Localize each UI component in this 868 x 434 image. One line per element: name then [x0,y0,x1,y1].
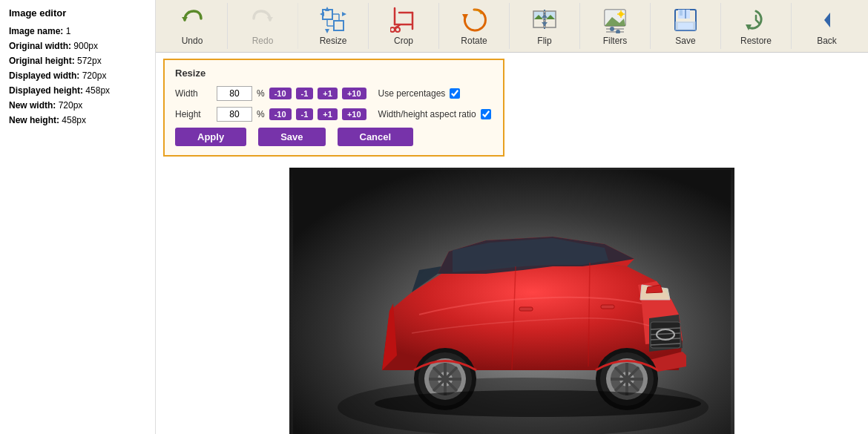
car-svg [293,170,731,435]
save-icon-area [671,6,700,34]
car-image [289,168,734,434]
redo-button[interactable]: Redo [228,3,298,49]
resize-panel-title: Resize [175,68,493,79]
aspect-ratio-label: Width/height aspect ratio [378,109,476,119]
original-height-row: Original height: 572px [9,54,146,68]
filters-icon-area [600,6,630,34]
original-width-label: Original width: [9,41,73,51]
image-name-value: 1 [66,26,71,36]
back-button[interactable]: Back [792,3,862,49]
new-height-label: New height: [9,115,62,125]
use-percentages-checkbox[interactable] [450,88,460,99]
width-label: Width [175,88,212,99]
svg-point-80 [375,390,701,417]
height-plus10-button[interactable]: +10 [342,108,366,120]
undo-icon [179,7,206,33]
undo-label: Undo [182,36,203,46]
new-width-value: 720px [59,100,83,111]
resize-button[interactable]: Resize [298,3,369,49]
new-height-row: New height: 458px [9,114,146,127]
height-unit: % [257,109,265,119]
svg-rect-79 [601,305,614,309]
cancel-button[interactable]: Cancel [338,128,414,146]
flip-label: Flip [537,36,551,46]
svg-point-32 [619,12,623,16]
width-minus1-button[interactable]: -1 [296,88,314,99]
filters-button[interactable]: Filters [580,3,651,49]
crop-button[interactable]: Crop [369,3,439,49]
save-button[interactable]: Save [651,3,721,49]
restore-icon [743,7,769,33]
svg-marker-29 [542,22,548,26]
svg-marker-0 [182,17,188,22]
height-minus10-button[interactable]: -10 [269,108,292,120]
width-plus10-button[interactable]: +10 [342,88,366,99]
flip-button[interactable]: Flip [510,3,580,49]
svg-rect-78 [519,307,533,311]
filters-icon [602,7,628,33]
undo-button[interactable]: Undo [157,3,228,49]
height-input[interactable] [217,107,252,122]
width-input[interactable] [217,86,252,101]
rotate-icon-area [459,6,489,34]
svg-marker-8 [342,12,346,16]
sidebar: Image editor Image name: 1 Original widt… [0,0,156,434]
aspect-ratio-checkbox[interactable] [481,109,491,119]
back-icon [814,7,841,33]
crop-icon [390,7,417,33]
redo-icon [249,7,276,33]
resize-icon [320,7,346,33]
displayed-width-label: Displayed width: [9,70,82,81]
new-width-row: New width: 720px [9,99,146,112]
image-name-label: Image name: [9,26,66,36]
new-width-label: New width: [9,100,59,111]
height-minus1-button[interactable]: -1 [296,108,314,120]
svg-point-17 [395,27,400,32]
undo-icon-area [177,6,207,34]
resize-icon-area [318,6,348,34]
use-percentages-option: Use percentages [378,88,461,99]
flip-icon-area [530,6,559,34]
displayed-height-label: Displayed height: [9,85,85,96]
toolbar: Undo Redo [156,0,868,53]
back-icon-area [812,6,842,34]
width-plus1-button[interactable]: +1 [318,88,338,99]
rotate-button[interactable]: Rotate [439,3,510,49]
svg-rect-3 [334,21,343,30]
displayed-width-row: Displayed width: 720px [9,69,146,82]
resize-panel: Resize Width % -10 -1 +1 +10 Use percent… [163,59,504,157]
filters-label: Filters [603,36,628,46]
restore-icon-area [741,6,771,34]
svg-marker-49 [824,13,830,27]
width-minus10-button[interactable]: -10 [269,88,292,99]
crop-label: Crop [394,36,413,46]
resize-save-button[interactable]: Save [258,128,325,146]
resize-action-buttons: Apply Save Cancel [175,128,493,146]
main-area: Undo Redo [156,0,868,434]
displayed-height-row: Displayed height: 458px [9,84,146,97]
svg-marker-1 [267,17,273,22]
redo-icon-area [248,6,277,34]
sidebar-title: Image editor [9,7,146,19]
content-area: Resize Width % -10 -1 +1 +10 Use percent… [156,53,868,434]
restore-label: Restore [740,36,772,46]
save-icon [672,7,699,33]
svg-rect-46 [678,23,693,29]
svg-rect-44 [680,10,683,16]
use-percentages-label: Use percentages [378,88,446,99]
restore-button[interactable]: Restore [721,3,792,49]
svg-point-41 [616,30,620,33]
displayed-width-value: 720px [82,70,107,81]
displayed-height-value: 458px [85,85,110,96]
original-height-value: 572px [77,56,102,66]
height-plus1-button[interactable]: +1 [318,108,338,120]
original-width-row: Original width: 900px [9,39,146,53]
apply-button[interactable]: Apply [175,128,246,146]
save-label: Save [675,36,695,46]
resize-label: Resize [320,36,347,46]
new-height-value: 458px [62,115,86,125]
back-label: Back [817,36,837,46]
aspect-ratio-option: Width/height aspect ratio [378,109,491,119]
image-area [163,164,861,434]
svg-marker-20 [462,14,468,20]
